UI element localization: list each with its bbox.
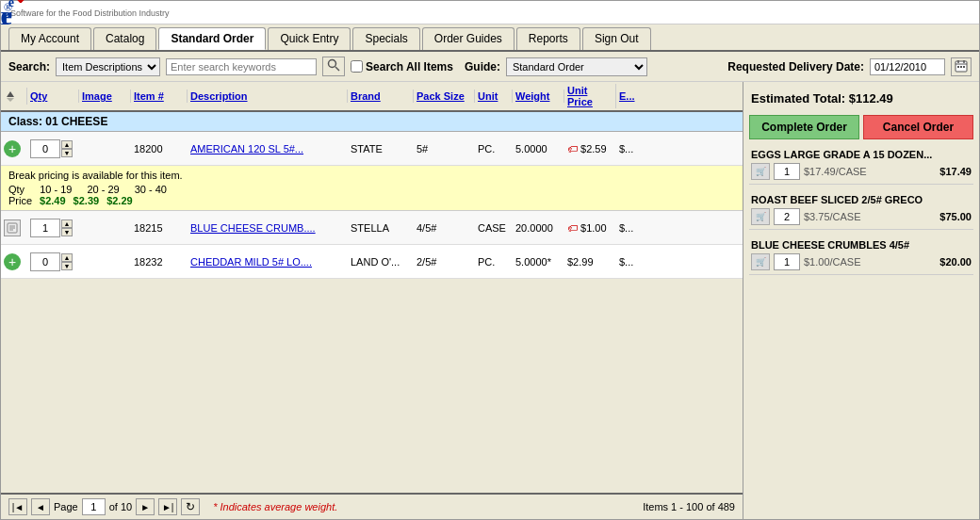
- cart-icon-1: 🛒: [751, 163, 770, 180]
- col-item-num[interactable]: Item #: [131, 89, 188, 103]
- logo-registered: ®: [4, 1, 12, 15]
- search-type-select[interactable]: Item Descriptions Item Number Brand: [56, 57, 160, 76]
- image-cell-2: [79, 226, 131, 230]
- unit-cell-2: CASE: [475, 220, 513, 236]
- next-page-button[interactable]: ►: [136, 498, 155, 515]
- weight-cell-2: 20.0000: [513, 220, 564, 236]
- col-weight[interactable]: Weight: [513, 89, 564, 103]
- cart-item-3: BLUE CHEESE CRUMBLES 4/5# 🛒 $1.00/CASE $…: [749, 236, 973, 275]
- break-range-1: 10 - 19: [40, 184, 72, 195]
- cart-item-title-3: BLUE CHEESE CRUMBLES 4/5#: [751, 239, 972, 251]
- col-description[interactable]: Description: [188, 89, 348, 103]
- svg-marker-9: [7, 91, 14, 97]
- cart-icon-2: 🛒: [751, 208, 770, 225]
- description-cell-1: AMERICAN 120 SL 5#...: [188, 141, 348, 156]
- col-qty[interactable]: Qty: [27, 89, 79, 103]
- col-image[interactable]: Image: [79, 89, 131, 103]
- col-add: [1, 88, 27, 105]
- items-count: Items 1 - 100 of 489: [643, 501, 735, 512]
- break-price-label: Price: [8, 195, 32, 206]
- col-ext[interactable]: E...: [616, 89, 643, 103]
- price-tag-2: 🏷: [567, 222, 578, 234]
- cart-item-1: EGGS LARGE GRADE A 15 DOZEN... 🛒 $17.49/…: [749, 145, 973, 185]
- add-item-button-3[interactable]: +: [4, 253, 21, 270]
- tab-reports[interactable]: Reports: [516, 27, 580, 50]
- break-price-1: $2.49: [40, 195, 66, 206]
- qty-down-2[interactable]: ▼: [61, 228, 73, 236]
- qty-down-3[interactable]: ▼: [61, 262, 73, 270]
- add-cell-3: +: [1, 252, 27, 272]
- cart-price-2: $3.75/CASE: [804, 211, 936, 222]
- tab-sign-out[interactable]: Sign Out: [582, 27, 651, 50]
- description-link-1[interactable]: AMERICAN 120 SL 5#...: [190, 143, 303, 154]
- page-input[interactable]: [82, 498, 106, 515]
- tab-my-account[interactable]: My Account: [8, 27, 91, 50]
- qty-down-1[interactable]: ▼: [61, 149, 73, 157]
- note-icon: [7, 222, 18, 234]
- table-row: ▲ ▼ 18215 BLUE CHEESE CRUMB.... STELLA 4…: [1, 211, 743, 245]
- qty-input-2[interactable]: [30, 219, 60, 237]
- qty-cell-1: ▲ ▼: [27, 138, 79, 160]
- unit-cell-1: PC.: [475, 141, 513, 156]
- qty-input-1[interactable]: [30, 139, 60, 158]
- break-price-3: $2.29: [106, 195, 133, 206]
- qty-input-3[interactable]: [30, 252, 60, 271]
- add-item-button-1[interactable]: +: [4, 140, 21, 157]
- sort-icon: [4, 89, 17, 102]
- search-all-checkbox[interactable]: [351, 60, 363, 73]
- search-button[interactable]: [322, 57, 345, 76]
- qty-up-1[interactable]: ▲: [61, 140, 73, 149]
- brand-cell-3: LAND O'...: [348, 254, 414, 269]
- item-num-cell-1: 18200: [131, 141, 188, 156]
- tab-quick-entry[interactable]: Quick Entry: [268, 27, 351, 50]
- tab-standard-order[interactable]: Standard Order: [158, 27, 266, 50]
- tab-catalog[interactable]: Catalog: [93, 27, 156, 50]
- cart-qty-input-3[interactable]: [774, 253, 800, 270]
- delivery-date-input[interactable]: [870, 58, 945, 75]
- break-qty-label: Qty: [8, 184, 24, 195]
- tab-specials[interactable]: Specials: [352, 27, 419, 50]
- last-page-button[interactable]: ►|: [158, 498, 177, 515]
- pagination-bar: |◄ ◄ Page of 10 ► ►| ↻ * Indicates avera…: [1, 493, 743, 519]
- svg-rect-7: [960, 66, 962, 68]
- table-row: + ▲ ▼ 18232 CHEDDAR: [1, 245, 743, 279]
- search-all-label[interactable]: Search All Items: [351, 60, 453, 73]
- svg-rect-8: [963, 66, 965, 68]
- unit-cell-3: PC.: [475, 254, 513, 269]
- cart-qty-input-1[interactable]: [774, 163, 800, 180]
- column-headers: Qty Image Item # Description Brand Pack …: [1, 82, 743, 112]
- complete-order-button[interactable]: Complete Order: [749, 115, 859, 139]
- prev-page-button[interactable]: ◄: [31, 498, 50, 515]
- order-body: Class: 01 CHEESE + ▲ ▼: [1, 112, 743, 493]
- image-cell-3: [79, 260, 131, 264]
- calendar-button[interactable]: [951, 57, 972, 76]
- note-button-2[interactable]: [4, 219, 21, 236]
- refresh-button[interactable]: ↻: [181, 498, 200, 515]
- summary-panel: Estimated Total: $112.49 Complete Order …: [743, 82, 979, 519]
- description-link-2[interactable]: BLUE CHEESE CRUMB....: [190, 222, 316, 234]
- col-unit[interactable]: Unit: [475, 89, 513, 103]
- cart-qty-input-2[interactable]: [774, 208, 800, 225]
- logo: entr é e ® Software for the Food Distrib…: [10, 7, 170, 18]
- first-page-button[interactable]: |◄: [8, 498, 27, 515]
- cart-price-3: $1.00/CASE: [804, 256, 936, 268]
- col-unit-price[interactable]: Unit Price: [564, 84, 616, 108]
- guide-select[interactable]: Standard Order: [506, 57, 647, 76]
- col-pack-size[interactable]: Pack Size: [414, 89, 475, 103]
- col-brand[interactable]: Brand: [348, 89, 414, 103]
- action-buttons: Complete Order Cancel Order: [749, 115, 973, 139]
- cancel-order-button[interactable]: Cancel Order: [863, 115, 973, 139]
- search-input[interactable]: [166, 58, 317, 75]
- qty-up-3[interactable]: ▲: [61, 253, 73, 262]
- svg-rect-6: [957, 66, 959, 68]
- note-cell-2: [1, 218, 27, 238]
- svg-line-1: [335, 67, 339, 71]
- qty-up-2[interactable]: ▲: [61, 219, 73, 228]
- description-link-3[interactable]: CHEDDAR MILD 5# LO....: [190, 256, 312, 268]
- qty-cell-2: ▲ ▼: [27, 217, 79, 239]
- ext-cell-2: $...: [616, 220, 643, 236]
- item-num-cell-2: 18215: [131, 220, 188, 236]
- break-range-3: 30 - 40: [135, 184, 167, 195]
- tab-order-guides[interactable]: Order Guides: [422, 27, 514, 50]
- svg-point-0: [329, 60, 336, 68]
